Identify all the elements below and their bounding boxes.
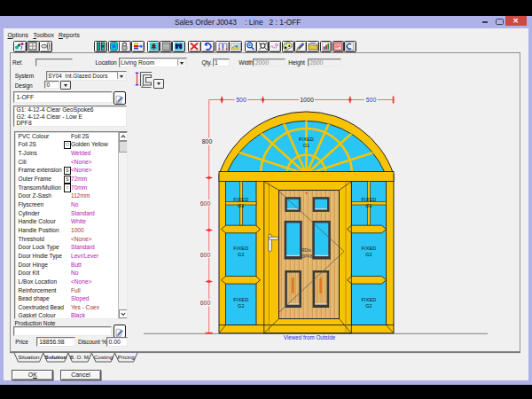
svg-text:RDin: RDin [301, 247, 311, 253]
svg-text:G1: G1 [238, 203, 245, 208]
svg-text:500: 500 [366, 97, 377, 103]
svg-text:FIXED: FIXED [362, 246, 377, 251]
svg-text:500: 500 [236, 97, 246, 103]
svg-text:G1: G1 [303, 143, 310, 148]
svg-text:G2: G2 [238, 252, 245, 257]
svg-text:FIXED: FIXED [299, 137, 314, 142]
svg-text:FIXED: FIXED [362, 197, 377, 202]
svg-text:800: 800 [202, 138, 213, 145]
svg-text:DPF8: DPF8 [301, 254, 313, 259]
svg-text:FIXED: FIXED [233, 246, 248, 251]
svg-text:1000: 1000 [300, 97, 314, 103]
svg-text:G2: G2 [238, 303, 245, 309]
svg-text:G1: G1 [365, 203, 372, 208]
svg-text:600: 600 [200, 300, 211, 306]
svg-text:FIXED: FIXED [362, 297, 377, 302]
svg-text:G2: G2 [365, 303, 372, 309]
svg-text:Viewed from Outside: Viewed from Outside [284, 334, 336, 340]
svg-text:600: 600 [200, 252, 211, 258]
svg-text:G2: G2 [365, 252, 372, 257]
svg-text:600: 600 [200, 200, 211, 207]
svg-text:FIXED: FIXED [233, 197, 248, 202]
svg-text:FIXED: FIXED [233, 297, 248, 302]
